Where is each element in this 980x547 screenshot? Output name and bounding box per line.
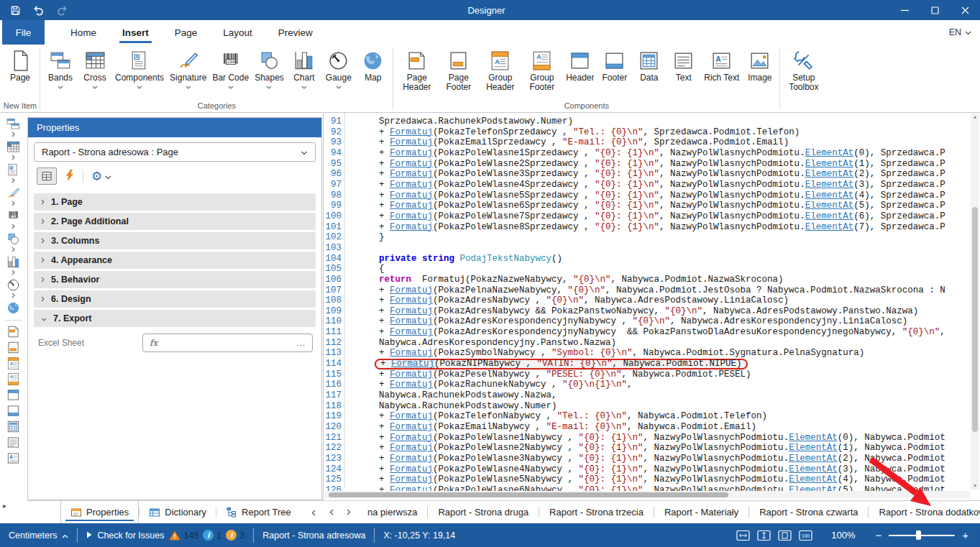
- code-line-106[interactable]: 106return Formatuj(PokazNazweNabywcy, "{…: [324, 275, 970, 285]
- code-line-120[interactable]: 120+ Formatuj(PokazEmailNabywcy , "E-mai…: [324, 422, 970, 433]
- page-tab-raport-materia-y[interactable]: Raport - Materiały: [654, 507, 748, 518]
- tool-cross[interactable]: [6, 139, 21, 162]
- tool-page-header[interactable]: [6, 324, 21, 339]
- code-line-93[interactable]: 93+ Formatuj(PokazEmailSprzedawcy , "E-m…: [324, 137, 970, 148]
- ribbon-item-shapes[interactable]: Shapes: [252, 45, 287, 89]
- undo-icon[interactable]: [32, 4, 45, 16]
- tool-footer[interactable]: [6, 403, 21, 418]
- page-tab-raport-strona-trzecia[interactable]: Raport - Strona trzecia: [539, 507, 654, 518]
- tab-dictionary[interactable]: Dictionary: [139, 501, 216, 523]
- notice-issue-badge[interactable]: i3: [226, 530, 244, 541]
- section-5-behavior[interactable]: 5. Behavior: [34, 271, 316, 288]
- language-selector[interactable]: EN: [949, 20, 971, 45]
- code-line-111[interactable]: 111+ Formatuj(PokazAdresKorespondencyjny…: [324, 327, 970, 338]
- code-line-118[interactable]: 118Nabywca.RachunekPodstawowy.Numer): [324, 401, 970, 412]
- ellipsis-button[interactable]: ...: [297, 339, 306, 347]
- page-tab-na-pierwsza[interactable]: na pierwsza: [357, 507, 427, 518]
- tab-page[interactable]: Page: [162, 20, 211, 45]
- units-selector[interactable]: Centimeters: [0, 523, 77, 547]
- section-4-appearance[interactable]: 4. Appearance: [34, 252, 316, 269]
- tool-text[interactable]: [6, 435, 21, 450]
- zoom-100-view-icon[interactable]: 100: [799, 530, 812, 541]
- tool-page-footer[interactable]: [6, 340, 21, 355]
- save-icon[interactable]: [10, 5, 21, 16]
- code-line-103[interactable]: 103: [324, 243, 970, 254]
- code-line-112[interactable]: 112Nabywca.AdresKorespondencyjny.Panstwo…: [324, 338, 970, 349]
- code-line-105[interactable]: 105{: [324, 264, 970, 275]
- code-line-91[interactable]: 91Sprzedawca.RachunekPodstawowy.Numer): [324, 116, 970, 127]
- zoom-slider[interactable]: [889, 535, 955, 536]
- code-line-104[interactable]: 104private string PodajTekstNabywcy(): [324, 254, 970, 265]
- redo-icon[interactable]: [56, 4, 68, 16]
- tab-report-tree[interactable]: Report Tree: [216, 501, 301, 523]
- tool-chart[interactable]: [6, 254, 21, 277]
- check-for-issues-button[interactable]: Check for Issues 145i1i3: [78, 523, 253, 547]
- code-line-102[interactable]: 102}: [324, 232, 970, 243]
- maximize-button[interactable]: [920, 0, 950, 20]
- ribbon-item-footer[interactable]: Footer: [597, 45, 632, 83]
- code-line-124[interactable]: 124+ Formatuj(PokazPoleWlasne4Nabywcy , …: [324, 464, 970, 475]
- tab-properties[interactable]: Properties: [60, 501, 139, 523]
- section-6-design[interactable]: 6. Design: [34, 290, 316, 308]
- excel-sheet-input[interactable]: fx ...: [142, 334, 313, 352]
- scroll-down-icon[interactable]: ▼: [971, 483, 979, 489]
- scroll-up-icon[interactable]: ▲: [971, 114, 979, 120]
- collapse-panel-icon[interactable]: [311, 506, 316, 519]
- code-line-94[interactable]: 94+ Formatuj(PokazPoleWlasne1Sprzedawcy …: [324, 148, 970, 159]
- ribbon-item-header[interactable]: Header: [563, 45, 597, 83]
- events-lightning-icon[interactable]: [65, 169, 75, 184]
- code-line-109[interactable]: 109+ Formatuj(PokazAdresNabywcy && Pokaz…: [324, 306, 970, 317]
- horizontal-scrollbar[interactable]: [325, 491, 970, 498]
- settings-gear-button[interactable]: ⚙: [91, 170, 111, 183]
- info-issue-badge[interactable]: i1: [203, 530, 221, 541]
- page-height-view-icon[interactable]: [757, 530, 771, 541]
- vertical-scrollbar[interactable]: ▲ ▼: [971, 114, 979, 489]
- whole-page-view-icon[interactable]: [778, 530, 792, 541]
- toolbar-overflow-icon[interactable]: ▸: [3, 502, 6, 510]
- code-line-125[interactable]: 125+ Formatuj(PokazPoleWlasne5Nabywcy , …: [324, 474, 970, 485]
- section-1-page[interactable]: 1. Page: [34, 193, 316, 211]
- tool-group-footer[interactable]: A: [6, 372, 21, 387]
- code-line-113[interactable]: 113+ Formatuj(PokazSymbolNabywcy , "Symb…: [324, 348, 970, 359]
- code-line-99[interactable]: 99+ Formatuj(PokazPoleWlasne6Sprzedawcy …: [324, 201, 970, 211]
- minimize-button[interactable]: [889, 0, 920, 20]
- section-2-page-additional[interactable]: 2. Page Additional: [34, 213, 316, 230]
- code-line-117[interactable]: 117Nabywca.RachunekPodstawowy.Nazwa,: [324, 390, 970, 401]
- tool-group-header[interactable]: A: [6, 356, 21, 371]
- tab-preview[interactable]: Preview: [265, 20, 326, 45]
- tabs-scroll-right-icon[interactable]: [340, 509, 357, 515]
- code-line-110[interactable]: 110+ Formatuj(PokazAdresKorespondencyjny…: [324, 316, 970, 327]
- horizontal-scrollbar-thumb[interactable]: [329, 492, 728, 497]
- page-tab-raport-strona-dodatkowa[interactable]: Raport - Strona dodatkowa: [869, 507, 980, 518]
- ribbon-item-components[interactable]: AComponents: [112, 45, 167, 89]
- ribbon-item-data[interactable]: Data: [632, 45, 667, 83]
- code-line-114[interactable]: 114+ Formatuj(PokazNIPNabywcy , "VATIN: …: [324, 359, 970, 369]
- tool-rich-text[interactable]: A: [6, 451, 21, 466]
- tab-home[interactable]: Home: [58, 20, 109, 45]
- ribbon-item-rich-text[interactable]: ARich Text: [701, 45, 743, 83]
- zoom-in-button[interactable]: +: [962, 530, 968, 541]
- tool-barcode[interactable]: 12345: [6, 208, 21, 231]
- code-line-107[interactable]: 107+ Formatuj(PokazPelnaNazweNabywcy, "{…: [324, 285, 970, 296]
- code-line-119[interactable]: 119+ Formatuj(PokazTelefonNabywcy , "Tel…: [324, 411, 970, 422]
- file-button[interactable]: File: [2, 20, 45, 45]
- code-line-95[interactable]: 95+ Formatuj(PokazPoleWlasne2Sprzedawcy …: [324, 159, 970, 170]
- tool-map[interactable]: [6, 300, 21, 316]
- current-page-name[interactable]: Raport - Strona adresowa: [254, 523, 374, 547]
- code-line-96[interactable]: 96+ Formatuj(PokazPoleWlasne3Sprzedawcy …: [324, 169, 970, 180]
- code-line-100[interactable]: 100+ Formatuj(PokazPoleWlasne7Sprzedawcy…: [324, 211, 970, 222]
- ribbon-item-gauge[interactable]: Gauge: [321, 45, 356, 89]
- ribbon-item-bands[interactable]: Bands: [43, 45, 78, 89]
- page-tab-raport-strona-druga[interactable]: Raport - Strona druga: [428, 507, 539, 518]
- ribbon-item-cross[interactable]: Cross: [78, 45, 112, 89]
- zoom-out-button[interactable]: −: [875, 530, 881, 541]
- tab-insert[interactable]: Insert: [109, 20, 162, 45]
- tool-signature[interactable]: [6, 185, 21, 208]
- code-line-108[interactable]: 108+ Formatuj(PokazAdresNabywcy , "{0}\n…: [324, 295, 970, 306]
- zoom-slider-thumb[interactable]: [916, 530, 921, 540]
- ribbon-item-map[interactable]: Map: [356, 45, 390, 83]
- warning-issue-badge[interactable]: 145: [169, 530, 198, 541]
- ribbon-item-page-footer[interactable]: Page Footer: [438, 45, 480, 92]
- code-line-122[interactable]: 122+ Formatuj(PokazPoleWlasne2Nabywcy , …: [324, 443, 970, 454]
- code-line-92[interactable]: 92+ Formatuj(PokazTelefonSprzedawcy , "T…: [324, 127, 970, 138]
